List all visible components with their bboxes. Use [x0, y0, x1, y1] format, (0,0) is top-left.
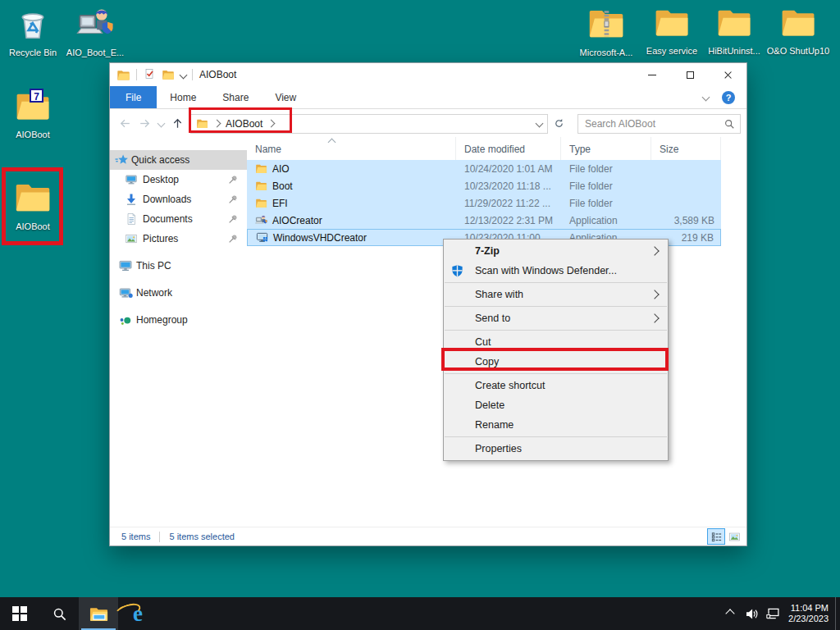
submenu-arrow-icon: [650, 246, 659, 255]
file-row[interactable]: AIO 10/24/2020 1:01 AM File folder: [247, 160, 721, 177]
menu-item-send-to[interactable]: Send to: [444, 308, 668, 328]
tab-file[interactable]: File: [110, 86, 157, 108]
desktop-icon-recycle-bin[interactable]: Recycle Bin: [1, 5, 65, 58]
maximize-button[interactable]: [671, 63, 709, 86]
file-row[interactable]: EFI 11/29/2022 11:22 ... File folder: [247, 194, 721, 212]
divider: [136, 69, 137, 80]
submenu-arrow-icon: [650, 313, 659, 322]
desktop-icon-aioboot-archive[interactable]: 7 AIOBoot: [1, 87, 65, 140]
pin-icon[interactable]: [227, 174, 239, 185]
desktop-icon-easy-service[interactable]: Easy service: [640, 3, 704, 57]
back-button[interactable]: [115, 116, 135, 130]
menu-item-rename[interactable]: Rename: [444, 415, 668, 435]
sidebar-item-pictures[interactable]: Pictures: [110, 229, 247, 249]
application-vhd-icon: [256, 231, 268, 244]
menu-item-create-shortcut[interactable]: Create shortcut: [444, 376, 668, 395]
column-header-size[interactable]: Size: [651, 137, 721, 160]
tray-clock[interactable]: 11:04 PM 2/23/2023: [788, 603, 829, 624]
taskbar-file-explorer-button[interactable]: [79, 597, 118, 630]
desktop-icon-oo-shutup10[interactable]: O&O ShutUp10: [766, 3, 830, 57]
desktop-icon-aio-boot-exe[interactable]: AIO_Boot_E...: [63, 5, 127, 58]
column-header-date-modified[interactable]: Date modified: [456, 137, 561, 160]
menu-item-scan-with-windows-defender[interactable]: Scan with Windows Defender...: [444, 261, 668, 281]
sidebar-item-homegroup[interactable]: Homegroup: [110, 310, 247, 330]
customize-qat-chevron-icon[interactable]: [180, 71, 188, 79]
sidebar-item-this-pc[interactable]: This PC: [110, 256, 247, 276]
folder-icon: [255, 197, 267, 209]
breadcrumb-chevron-icon[interactable]: [213, 120, 221, 128]
new-folder-icon[interactable]: [162, 68, 175, 81]
menu-item-copy[interactable]: Copy: [444, 352, 668, 372]
breadcrumb-chevron-icon[interactable]: [267, 120, 276, 128]
address-dropdown-chevron-icon[interactable]: [536, 120, 544, 128]
sort-ascending-icon: [328, 139, 336, 147]
desktop-icon-microsoft-archive[interactable]: Microsoft-A...: [574, 3, 638, 58]
network-icon: [118, 285, 133, 300]
desktop-icon-hibituninstaller[interactable]: HiBitUninst...: [702, 3, 766, 57]
up-arrow-icon: [171, 116, 185, 130]
pin-icon[interactable]: [227, 233, 239, 244]
sidebar-item-desktop[interactable]: Desktop: [110, 170, 247, 189]
breadcrumb-location[interactable]: AIOBoot: [226, 118, 262, 130]
recent-locations-button[interactable]: [154, 121, 167, 126]
forward-button[interactable]: [135, 116, 154, 130]
tab-view[interactable]: View: [262, 86, 309, 108]
folder-icon: [13, 177, 52, 217]
up-button[interactable]: [167, 116, 187, 130]
pictures-icon: [125, 232, 138, 245]
search-input[interactable]: [583, 117, 724, 130]
details-view-button[interactable]: [707, 528, 725, 545]
downloads-arrow-icon: [125, 193, 138, 206]
clock-time: 11:04 PM: [788, 603, 829, 614]
file-explorer-icon: [89, 604, 109, 624]
menu-separator: [445, 330, 667, 331]
column-header-name[interactable]: Name: [247, 137, 456, 160]
tray-network-button[interactable]: [762, 605, 783, 622]
sidebar-item-documents[interactable]: Documents: [110, 209, 247, 229]
start-button[interactable]: [0, 597, 39, 630]
file-row[interactable]: AIOCreator 12/13/2022 2:31 PM Applicatio…: [247, 212, 721, 229]
sidebar-item-network[interactable]: Network: [110, 283, 247, 303]
refresh-button[interactable]: [550, 114, 568, 134]
tray-volume-button[interactable]: [741, 606, 762, 622]
close-button[interactable]: [709, 63, 746, 86]
pin-icon[interactable]: [227, 213, 239, 225]
tab-home[interactable]: Home: [157, 86, 209, 108]
desktop-icon-label: Recycle Bin: [1, 48, 65, 58]
show-desktop-button[interactable]: [835, 597, 840, 630]
quick-access-toolbar: [110, 68, 193, 82]
taskbar-search-button[interactable]: [39, 597, 79, 630]
file-row[interactable]: Boot 10/23/2020 11:18 ... File folder: [247, 177, 721, 194]
menu-item-delete[interactable]: Delete: [444, 395, 668, 415]
sidebar-item-downloads[interactable]: Downloads: [110, 189, 247, 209]
desktop: { "colors":{"desktop_bg":"#008080","anno…: [0, 0, 840, 630]
column-header-type[interactable]: Type: [561, 137, 651, 160]
address-bar[interactable]: AIOBoot: [190, 114, 548, 134]
search-box[interactable]: [578, 114, 741, 134]
tab-share[interactable]: Share: [209, 86, 262, 108]
properties-check-icon[interactable]: [143, 68, 156, 81]
thumbnail-view-button[interactable]: [725, 528, 743, 545]
submenu-arrow-icon: [650, 290, 659, 299]
menu-item-7zip[interactable]: 7-Zip: [444, 241, 668, 261]
menu-item-properties[interactable]: Properties: [444, 439, 668, 459]
desktop-icon-label: AIO_Boot_E...: [63, 48, 127, 58]
window-controls: [633, 63, 746, 86]
expand-ribbon-chevron-icon[interactable]: [702, 94, 710, 102]
title-bar[interactable]: AIOBoot: [110, 63, 746, 86]
folder-icon: [255, 162, 267, 175]
minimize-button[interactable]: [633, 63, 671, 86]
address-row: AIOBoot: [110, 109, 746, 138]
zip-folder-icon: [587, 3, 626, 43]
menu-separator: [445, 306, 667, 307]
desktop-monitor-icon: [125, 173, 138, 186]
desktop-icon-aioboot-folder[interactable]: AIOBoot: [1, 177, 65, 232]
menu-item-share-with[interactable]: Share with: [444, 285, 668, 304]
menu-item-cut[interactable]: Cut: [444, 332, 668, 352]
sidebar-item-quick-access[interactable]: Quick access: [110, 150, 247, 170]
help-button[interactable]: ?: [722, 91, 735, 104]
tray-show-hidden-icons-button[interactable]: [719, 610, 741, 617]
quick-access-star-icon: [115, 153, 129, 167]
taskbar-internet-explorer-button[interactable]: e: [118, 597, 158, 630]
pin-icon[interactable]: [227, 194, 239, 205]
